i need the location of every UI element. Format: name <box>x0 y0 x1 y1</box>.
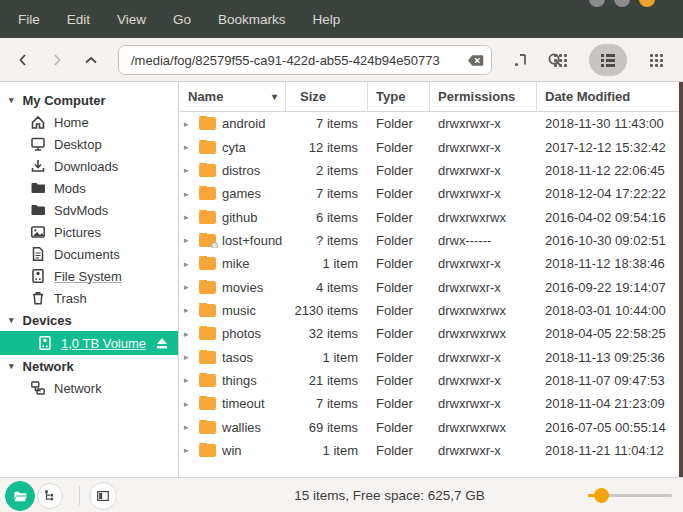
window-edge-scrollbar[interactable] <box>679 82 683 512</box>
folder-icon <box>199 211 216 224</box>
window-controls <box>589 0 655 7</box>
file-date-modified: 2016-09-22 19:14:07 <box>537 280 679 295</box>
path-bar[interactable]: /media/fog/82579f55-ca91-422d-ab55-424b9… <box>118 45 492 75</box>
minimize-button[interactable] <box>589 0 605 7</box>
eject-icon[interactable] <box>154 335 170 351</box>
sidebar-item-pictures[interactable]: Pictures <box>0 221 178 243</box>
column-header-date-modified[interactable]: Date Modified <box>537 82 679 111</box>
row-expander-icon[interactable]: ▸ <box>184 282 193 292</box>
row-expander-icon[interactable]: ▸ <box>184 119 193 129</box>
row-expander-icon[interactable]: ▸ <box>184 445 193 455</box>
table-row[interactable]: ▸ tasos 1 item Folder drwxrwxr-x 2018-11… <box>180 345 679 368</box>
file-type: Folder <box>368 186 430 201</box>
sidebar-item-documents[interactable]: Documents <box>0 243 178 265</box>
file-permissions: drwxrwxr-x <box>430 350 537 365</box>
folder-icon <box>199 117 216 130</box>
row-expander-icon[interactable]: ▸ <box>184 352 193 362</box>
menu-help[interactable]: Help <box>313 12 341 27</box>
row-expander-icon[interactable]: ▸ <box>184 212 193 222</box>
file-date-modified: 2018-11-21 11:04:12 <box>537 443 679 458</box>
file-type: Folder <box>368 350 430 365</box>
sidebar-item-downloads[interactable]: Downloads <box>0 155 178 177</box>
menu-bookmarks[interactable]: Bookmarks <box>218 12 286 27</box>
back-button[interactable] <box>8 38 38 82</box>
show-places-button[interactable] <box>5 481 35 511</box>
clear-path-icon[interactable] <box>467 53 484 68</box>
row-expander-icon[interactable]: ▸ <box>184 259 193 269</box>
list-view-button[interactable] <box>589 44 627 76</box>
status-bar: 15 items, Free space: 625,7 GB <box>0 477 683 512</box>
jump-to-icon[interactable] <box>512 51 530 69</box>
row-expander-icon[interactable]: ▸ <box>184 305 193 315</box>
row-expander-icon[interactable]: ▸ <box>184 329 193 339</box>
file-type: Folder <box>368 163 430 178</box>
column-header-size[interactable]: Size <box>286 82 368 111</box>
menu-go[interactable]: Go <box>173 12 191 27</box>
sidebar-item-sdvmods[interactable]: SdvMods <box>0 199 178 221</box>
toggle-side-pane-button[interactable] <box>89 482 117 510</box>
row-expander-icon[interactable]: ▸ <box>184 165 193 175</box>
file-date-modified: 2016-07-05 00:55:14 <box>537 420 679 435</box>
sidebar-item-network[interactable]: Network <box>0 377 178 399</box>
table-row[interactable]: ▸ games 7 items Folder drwxrwxr-x 2018-1… <box>180 182 679 205</box>
chevron-up-icon <box>83 52 99 68</box>
table-row[interactable]: ▸ music 2130 items Folder drwxrwxrwx 201… <box>180 299 679 322</box>
table-row[interactable]: ▸ things 21 items Folder drwxrwxr-x 2018… <box>180 369 679 392</box>
sidebar-item-file-system[interactable]: File System <box>0 265 178 287</box>
file-date-modified: 2016-04-02 09:54:16 <box>537 210 679 225</box>
row-expander-icon[interactable]: ▸ <box>184 422 193 432</box>
file-type: Folder <box>368 280 430 295</box>
row-expander-icon[interactable]: ▸ <box>184 189 193 199</box>
close-button[interactable] <box>639 0 655 7</box>
row-expander-icon[interactable]: ▸ <box>184 375 193 385</box>
show-directory-tree-button[interactable] <box>37 483 63 509</box>
table-row[interactable]: ▸ photos 32 items Folder drwxrwxrwx 2018… <box>180 322 679 345</box>
drive-icon <box>30 268 46 284</box>
maximize-button[interactable] <box>614 0 630 7</box>
column-header-type[interactable]: Type <box>368 82 430 111</box>
compact-view-button[interactable] <box>637 44 675 76</box>
table-row[interactable]: ▸ github 6 items Folder drwxrwxrwx 2016-… <box>180 205 679 228</box>
up-button[interactable] <box>76 38 106 82</box>
sidebar-section-network[interactable]: ▾ Network <box>0 355 178 377</box>
file-type: Folder <box>368 396 430 411</box>
column-headers: Name ▾ Size Type Permissions Date Modifi… <box>180 82 679 112</box>
file-size: 1 item <box>286 350 368 365</box>
icon-view-button[interactable] <box>541 44 579 76</box>
table-row[interactable]: ▸ movies 4 items Folder drwxrwxr-x 2016-… <box>180 275 679 298</box>
row-expander-icon[interactable]: ▸ <box>184 142 193 152</box>
forward-button[interactable] <box>42 38 72 82</box>
side-pane: ▾ My Computer Home Desktop Downloads Mod… <box>0 82 179 477</box>
sidebar-item-home[interactable]: Home <box>0 111 178 133</box>
sidebar-item-trash[interactable]: Trash <box>0 287 178 309</box>
file-name: things <box>222 373 257 388</box>
sidebar-item-mods[interactable]: Mods <box>0 177 178 199</box>
column-header-name[interactable]: Name ▾ <box>180 82 286 111</box>
sidebar-item-1-0-tb-volume[interactable]: 1,0 TB Volume <box>0 331 178 355</box>
file-date-modified: 2018-11-30 11:43:00 <box>537 116 679 131</box>
sidebar-section-my-computer[interactable]: ▾ My Computer <box>0 89 178 111</box>
file-date-modified: 2017-12-12 15:32:42 <box>537 140 679 155</box>
file-type: Folder <box>368 233 430 248</box>
menu-edit[interactable]: Edit <box>67 12 90 27</box>
table-row[interactable]: ▸ mike 1 item Folder drwxrwxr-x 2018-11-… <box>180 252 679 275</box>
menu-view[interactable]: View <box>117 12 146 27</box>
file-date-modified: 2018-03-01 10:44:00 <box>537 303 679 318</box>
table-row[interactable]: ▸ android 7 items Folder drwxrwxr-x 2018… <box>180 112 679 135</box>
folder-icon <box>199 281 216 294</box>
table-row[interactable]: ▸ lost+found ? items Folder drwx------ 2… <box>180 229 679 252</box>
row-expander-icon[interactable]: ▸ <box>184 399 193 409</box>
column-header-permissions[interactable]: Permissions <box>430 82 537 111</box>
zoom-slider[interactable] <box>588 478 674 512</box>
table-row[interactable]: ▸ win 1 item Folder drwxrwxr-x 2018-11-2… <box>180 439 679 462</box>
chevron-down-icon: ▾ <box>9 361 14 371</box>
table-row[interactable]: ▸ wallies 69 items Folder drwxrwxrwx 201… <box>180 415 679 438</box>
sidebar-item-desktop[interactable]: Desktop <box>0 133 178 155</box>
slider-knob[interactable] <box>594 488 609 503</box>
table-row[interactable]: ▸ cyta 12 items Folder drwxrwxr-x 2017-1… <box>180 135 679 158</box>
menu-file[interactable]: File <box>18 12 40 27</box>
table-row[interactable]: ▸ timeout 7 items Folder drwxrwxr-x 2018… <box>180 392 679 415</box>
sidebar-section-devices[interactable]: ▾ Devices <box>0 309 178 331</box>
row-expander-icon[interactable]: ▸ <box>184 235 193 245</box>
table-row[interactable]: ▸ distros 2 items Folder drwxrwxr-x 2018… <box>180 159 679 182</box>
